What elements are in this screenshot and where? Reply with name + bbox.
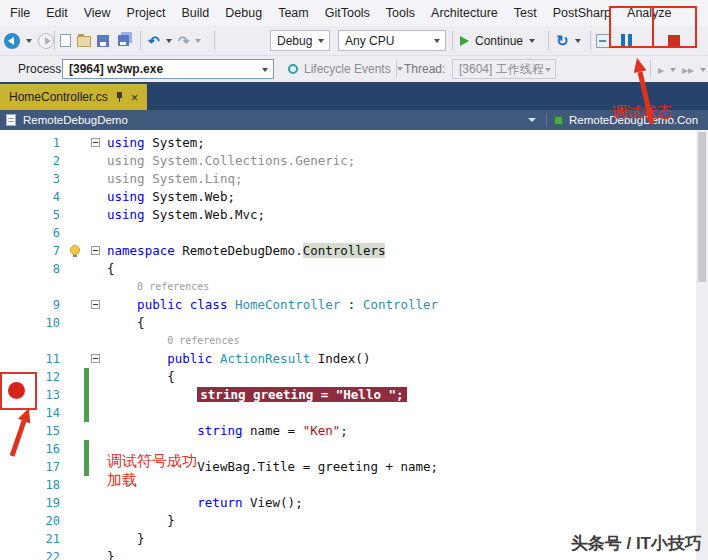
breakpoint-margin[interactable]: [0, 422, 18, 440]
project-dropdown[interactable]: RemoteDebugDemo: [0, 110, 542, 130]
code-text[interactable]: using System.Linq;: [107, 170, 696, 188]
fold-margin[interactable]: [89, 404, 104, 422]
platform-combobox[interactable]: Any CPU: [338, 30, 446, 51]
show-threads-icon[interactable]: ▸: [658, 64, 664, 76]
tab-homecontroller[interactable]: HomeController.cs: [0, 84, 147, 110]
code-text[interactable]: [107, 404, 696, 422]
breakpoint-margin[interactable]: [0, 296, 18, 314]
breakpoint-margin[interactable]: [0, 332, 18, 350]
fold-margin[interactable]: [89, 494, 104, 512]
menu-file[interactable]: File: [2, 0, 38, 26]
fold-margin[interactable]: [89, 332, 104, 350]
restart-dropdown-icon[interactable]: [575, 39, 581, 43]
breakpoint-margin[interactable]: [0, 530, 18, 548]
code-text[interactable]: namespace RemoteDebugDemo.Controllers: [107, 242, 696, 260]
menu-test[interactable]: Test: [506, 0, 545, 26]
scrollbar-thumb[interactable]: [698, 132, 706, 282]
redo-dropdown-icon[interactable]: [195, 39, 201, 43]
collapse-icon[interactable]: [91, 354, 100, 363]
breakpoint-margin[interactable]: [0, 278, 18, 296]
breakpoint-margin[interactable]: [0, 458, 18, 476]
breakpoint-margin[interactable]: [0, 170, 18, 188]
code-text[interactable]: string greeting = "Hello ";: [107, 386, 696, 404]
restart-icon[interactable]: [556, 33, 569, 49]
breakpoint-margin[interactable]: [0, 242, 18, 260]
lifecycle-events-icon[interactable]: [288, 64, 298, 74]
breakpoint-margin[interactable]: [0, 548, 18, 560]
fold-margin[interactable]: [89, 530, 104, 548]
menu-edit[interactable]: Edit: [38, 0, 76, 26]
fold-margin[interactable]: [89, 314, 104, 332]
diagnostics-icon[interactable]: [596, 34, 610, 48]
fold-margin[interactable]: [89, 458, 104, 476]
menu-tools[interactable]: Tools: [378, 0, 423, 26]
breakpoint-margin[interactable]: [0, 512, 18, 530]
navigate-back-icon[interactable]: [4, 33, 20, 49]
code-text[interactable]: public ActionResult Index(): [107, 350, 696, 368]
fold-margin[interactable]: [89, 170, 104, 188]
breakpoint-margin[interactable]: [0, 188, 18, 206]
flag-threads-icon[interactable]: ▸▸: [682, 64, 694, 76]
open-folder-icon[interactable]: [77, 36, 91, 47]
lightbulb-icon[interactable]: [70, 245, 80, 255]
code-text[interactable]: {: [107, 368, 696, 386]
thread-combobox[interactable]: [3604] 工作线程: [452, 59, 556, 79]
code-text[interactable]: {: [107, 314, 696, 332]
fold-margin[interactable]: [89, 440, 104, 458]
pin-icon[interactable]: [115, 91, 124, 103]
code-text[interactable]: [107, 224, 696, 242]
collapse-icon[interactable]: [91, 138, 100, 147]
menu-architecture[interactable]: Architecture: [423, 0, 506, 26]
breakpoint-margin[interactable]: [0, 224, 18, 242]
menu-postsharp[interactable]: PostSharp: [545, 0, 619, 26]
code-text[interactable]: using System;: [107, 134, 696, 152]
vertical-scrollbar[interactable]: [696, 130, 708, 560]
breakpoint-margin[interactable]: [0, 314, 18, 332]
code-text[interactable]: public class HomeController : Controller: [107, 296, 696, 314]
code-editor[interactable]: 1using System;2using System.Collections.…: [0, 130, 708, 560]
breakpoint-margin[interactable]: [0, 260, 18, 278]
fold-margin[interactable]: [89, 296, 104, 314]
fold-margin[interactable]: [89, 278, 104, 296]
menu-gittools[interactable]: GitTools: [317, 0, 378, 26]
undo-icon[interactable]: [148, 33, 160, 49]
code-text[interactable]: return View();: [107, 494, 696, 512]
fold-margin[interactable]: [89, 134, 104, 152]
code-text[interactable]: using System.Collections.Generic;: [107, 152, 696, 170]
fold-margin[interactable]: [89, 476, 104, 494]
save-icon[interactable]: [97, 35, 109, 47]
code-text[interactable]: using System.Web.Mvc;: [107, 206, 696, 224]
fold-margin[interactable]: [89, 224, 104, 242]
menu-team[interactable]: Team: [270, 0, 317, 26]
menu-project[interactable]: Project: [119, 0, 174, 26]
code-text[interactable]: 0 references: [107, 278, 696, 296]
code-text[interactable]: {: [107, 260, 696, 278]
breakpoint-margin[interactable]: [0, 440, 18, 458]
chevron-down-icon[interactable]: [670, 68, 676, 72]
fold-margin[interactable]: [89, 206, 104, 224]
breakpoint-margin[interactable]: [0, 350, 18, 368]
collapse-icon[interactable]: [91, 246, 100, 255]
fold-margin[interactable]: [89, 260, 104, 278]
code-text[interactable]: using System.Web;: [107, 188, 696, 206]
fold-margin[interactable]: [89, 422, 104, 440]
continue-button[interactable]: Continue: [460, 26, 535, 55]
undo-dropdown-icon[interactable]: [166, 39, 172, 43]
save-all-icon[interactable]: [118, 35, 129, 46]
process-combobox[interactable]: [3964] w3wp.exe: [62, 59, 274, 79]
menu-build[interactable]: Build: [173, 0, 217, 26]
code-text[interactable]: string name = "Ken";: [107, 422, 696, 440]
fold-margin[interactable]: [89, 242, 104, 260]
navigate-back-dropdown-icon[interactable]: [26, 39, 32, 43]
configuration-combobox[interactable]: Debug: [270, 30, 330, 51]
menu-debug[interactable]: Debug: [217, 0, 270, 26]
fold-margin[interactable]: [89, 188, 104, 206]
lifecycle-events-dropdown[interactable]: Lifecycle Events: [304, 56, 403, 82]
breakpoint-margin[interactable]: [0, 476, 18, 494]
chevron-down-icon[interactable]: [529, 39, 535, 43]
close-icon[interactable]: [131, 91, 139, 104]
breakpoint-margin[interactable]: [0, 152, 18, 170]
code-text[interactable]: }: [107, 512, 696, 530]
code-text[interactable]: 0 references: [107, 332, 696, 350]
breakpoint-margin[interactable]: [0, 206, 18, 224]
